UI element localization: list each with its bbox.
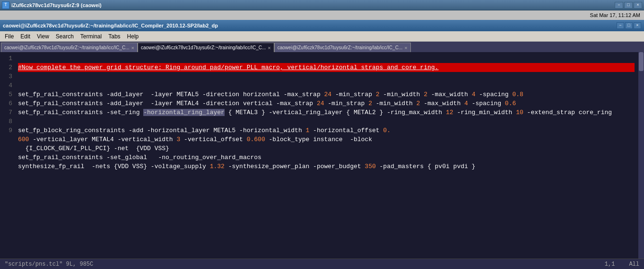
terminal-title-text: caowei@iZuf6czk78vc1d7tuysu6rZ:~/trainin… <box>3 23 218 28</box>
line-6 <box>18 118 22 125</box>
tab-2-label: caowei@iZuf6czk78vc1d7tuysu6rZ:~/trainin… <box>141 45 266 50</box>
tab-1-label: caowei@iZuf6czk78vc1d7tuysu6rZ:~/trainin… <box>4 45 129 50</box>
tab-3[interactable]: caowei@iZuf6czk78vc1d7tuysu6rZ:~/trainin… <box>274 43 411 52</box>
title-bar: T iZuf6czk78vc1d7tuysu6rZ:9 (caowei) − □… <box>0 0 644 10</box>
line-num-9: 9 <box>2 126 12 135</box>
status-bar: "scripts/pns.tcl" 9L, 985C 1,1 All <box>0 259 644 269</box>
title-bar-text: iZuf6czk78vc1d7tuysu6rZ:9 (caowei) <box>11 2 102 8</box>
line-num-6: 6 <box>2 99 12 108</box>
app-icon: T <box>2 1 9 9</box>
line-num-7: 7 <box>2 108 12 117</box>
line-num-5: 5 <box>2 90 12 99</box>
code-content[interactable]: #Now complete the power grid structure: … <box>14 52 638 259</box>
line-num-3: 3 <box>2 72 12 81</box>
menu-terminal[interactable]: Terminal <box>78 32 104 41</box>
menu-view[interactable]: View <box>34 32 52 41</box>
tab-2-close[interactable]: × <box>268 45 270 51</box>
datetime-text: Sat Mar 17, 11:12 AM <box>590 12 640 18</box>
menu-help[interactable]: Help <box>124 32 142 41</box>
datetime-bar: Sat Mar 17, 11:12 AM <box>0 10 644 20</box>
scrollbar-thumb[interactable] <box>639 52 644 71</box>
status-position: 1,1 <box>605 261 615 268</box>
status-file-info: "scripts/pns.tcl" 9L, 985C <box>5 261 93 268</box>
menu-file[interactable]: File <box>2 32 17 41</box>
status-right: 1,1 All <box>605 261 639 268</box>
line-num-2: 2 <box>2 63 12 72</box>
line-1: #Now complete the power grid structure: … <box>18 63 635 72</box>
line-5: set_fp_rail_constraints -set_ring -horiz… <box>18 109 612 116</box>
tab-1[interactable]: caowei@iZuf6czk78vc1d7tuysu6rZ:~/trainin… <box>1 43 138 52</box>
tab-3-label: caowei@iZuf6czk78vc1d7tuysu6rZ:~/trainin… <box>278 45 402 50</box>
scrollbar-right[interactable] <box>638 52 644 259</box>
line-4: set_fp_rail_constraints -add_layer -laye… <box>18 100 516 107</box>
line-2 <box>18 82 22 89</box>
menu-tabs[interactable]: Tabs <box>105 32 123 41</box>
line-9: synthesize_fp_rail -nets {VDD VSS} -volt… <box>18 163 475 170</box>
line-8: set_fp_rail_constraints -set_global -no_… <box>18 154 261 161</box>
line-numbers: 1 2 3 4 5 6 7 8 9 <box>0 52 14 259</box>
line-7: set_fp_block_ring_constraints -add -hori… <box>18 127 391 152</box>
terminal-maximize-button[interactable]: □ <box>625 22 633 29</box>
tab-1-close[interactable]: × <box>131 45 134 51</box>
terminal-close-button[interactable]: × <box>634 22 641 29</box>
title-bar-left: T iZuf6czk78vc1d7tuysu6rZ:9 (caowei) <box>2 1 102 9</box>
close-button[interactable]: × <box>634 2 642 9</box>
terminal-window: caowei@iZuf6czk78vc1d7tuysu6rZ:~/trainin… <box>0 20 644 269</box>
tab-3-close[interactable]: × <box>404 45 407 51</box>
terminal-title-controls: − □ × <box>617 22 641 29</box>
minimize-button[interactable]: − <box>615 2 623 9</box>
line-num-1: 1 <box>2 54 12 63</box>
maximize-button[interactable]: □ <box>624 2 633 9</box>
tab-bar: caowei@iZuf6czk78vc1d7tuysu6rZ:~/trainin… <box>0 42 644 52</box>
menu-search[interactable]: Search <box>53 32 77 41</box>
line-num-4: 4 <box>2 81 12 90</box>
menu-edit[interactable]: Edit <box>17 32 33 41</box>
line-num-8: 8 <box>2 117 12 126</box>
status-view: All <box>629 261 639 268</box>
line-3: set_fp_rail_constraints -add_layer -laye… <box>18 91 523 98</box>
terminal-minimize-button[interactable]: − <box>617 22 624 29</box>
terminal-title-bar: caowei@iZuf6czk78vc1d7tuysu6rZ:~/trainin… <box>0 20 644 31</box>
title-bar-controls: − □ × <box>615 2 642 9</box>
menu-bar: File Edit View Search Terminal Tabs Help <box>0 31 644 42</box>
tab-2[interactable]: caowei@iZuf6czk78vc1d7tuysu6rZ:~/trainin… <box>138 43 274 52</box>
editor-area: 1 2 3 4 5 6 7 8 9 #Now complete the powe… <box>0 52 644 259</box>
